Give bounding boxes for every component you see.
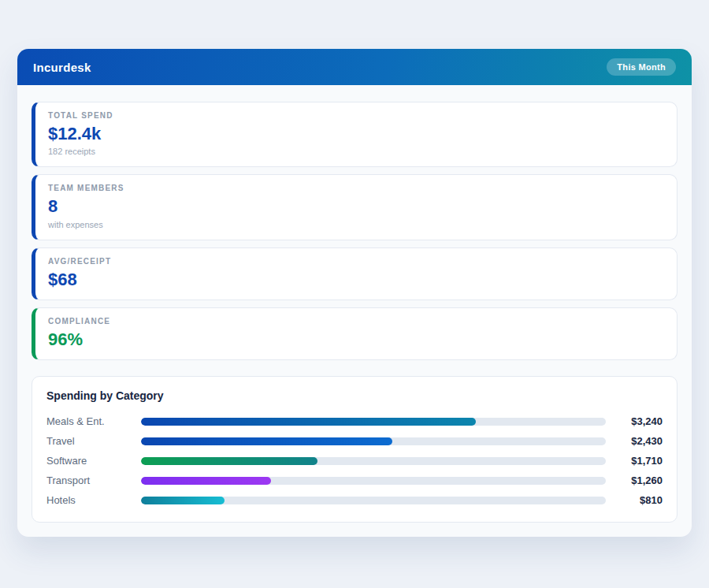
stat-value-total-spend: $12.4k (48, 124, 664, 143)
category-bar-list: Meals & Ent.$3,240Travel$2,430Software$1… (46, 411, 663, 510)
category-bar-track (141, 497, 606, 504)
app-title: Incurdesk (33, 61, 91, 74)
stat-card-team-members: TEAM MEMBERS 8 with expenses (32, 174, 677, 240)
stat-label-total-spend: TOTAL SPEND (48, 111, 664, 120)
category-bar-fill (141, 497, 225, 504)
stat-value-compliance: 96% (48, 329, 664, 349)
stat-card-compliance: COMPLIANCE 96% (32, 307, 677, 360)
category-row: Transport$1,260 (46, 471, 663, 490)
category-value: $1,260 (606, 474, 663, 486)
category-label: Travel (46, 435, 141, 447)
category-label: Software (46, 455, 141, 467)
category-bar-fill (141, 477, 271, 485)
dashboard-content: TOTAL SPEND $12.4k 182 receipts TEAM MEM… (17, 85, 692, 537)
incurdesk-app-window: Incurdesk This Month TOTAL SPEND $12.4k … (17, 49, 692, 537)
category-value: $1,710 (606, 455, 663, 467)
category-row: Travel$2,430 (46, 431, 663, 451)
category-value: $2,430 (606, 435, 663, 447)
category-row: Software$1,710 (46, 451, 663, 471)
stat-sub-total-spend: 182 receipts (48, 147, 664, 156)
category-row: Meals & Ent.$3,240 (46, 411, 663, 431)
category-label: Transport (46, 474, 141, 486)
category-bar-fill (141, 457, 317, 465)
stat-value-team-members: 8 (48, 196, 664, 216)
spending-by-category-card: Spending by Category Meals & Ent.$3,240T… (32, 376, 677, 523)
category-value: $3,240 (606, 415, 663, 427)
stat-label-compliance: COMPLIANCE (48, 317, 664, 326)
stat-value-avg-receipt: $68 (48, 270, 664, 289)
category-row: Hotels$810 (46, 490, 663, 510)
category-bar-fill (141, 437, 392, 445)
category-label: Meals & Ent. (46, 415, 141, 427)
stat-label-team-members: TEAM MEMBERS (48, 184, 664, 192)
category-bar-track (141, 477, 606, 485)
category-bar-fill (141, 418, 476, 426)
stat-sub-team-members: with expenses (48, 220, 664, 229)
category-bar-track (141, 457, 606, 465)
stat-card-avg-receipt: AVG/RECEIPT $68 (32, 247, 677, 300)
category-bar-track (141, 437, 606, 445)
category-value: $810 (606, 494, 663, 506)
stat-label-avg-receipt: AVG/RECEIPT (48, 257, 664, 266)
app-header: Incurdesk This Month (17, 49, 692, 85)
category-bar-track (141, 418, 606, 426)
chart-title: Spending by Category (46, 389, 663, 402)
category-label: Hotels (46, 494, 141, 506)
period-badge[interactable]: This Month (607, 58, 676, 76)
stat-card-total-spend: TOTAL SPEND $12.4k 182 receipts (32, 102, 677, 167)
